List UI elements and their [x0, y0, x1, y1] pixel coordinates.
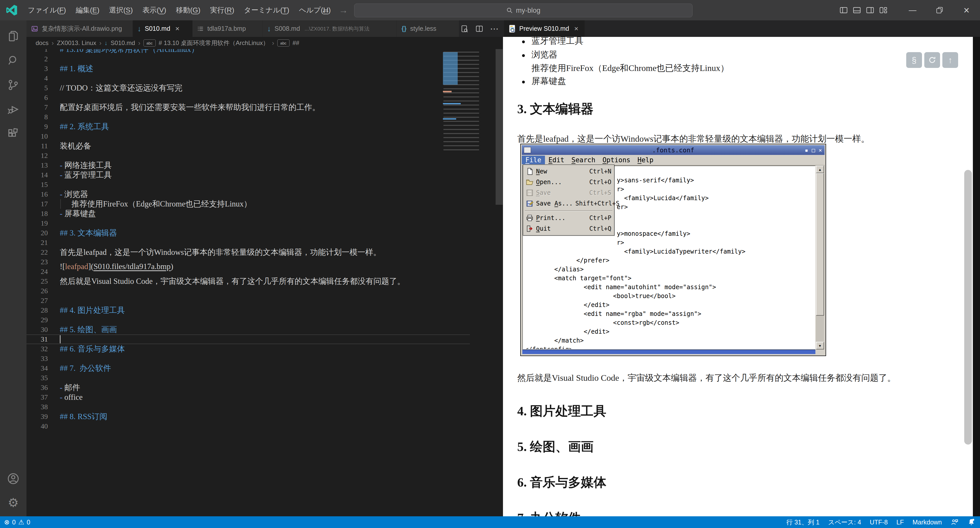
- editor-line[interactable]: 5 // TODO：这篇文章还远远没有写完: [27, 83, 503, 93]
- eol-setting[interactable]: LF: [896, 518, 904, 526]
- tab-s010-md[interactable]: ↓ S010.md ×: [133, 20, 192, 37]
- editor-line[interactable]: 30 ## 5. 绘图、画画: [27, 325, 503, 334]
- editor-line[interactable]: 12: [27, 151, 503, 161]
- menubar-item[interactable]: 編集(E): [71, 0, 104, 20]
- explorer-icon[interactable]: [0, 24, 27, 48]
- split-editor-icon[interactable]: [475, 25, 484, 33]
- editor-line[interactable]: 19: [27, 218, 503, 228]
- feedback-icon[interactable]: [950, 518, 959, 526]
- editor-line[interactable]: 8: [27, 112, 503, 122]
- minimap[interactable]: [442, 50, 492, 159]
- editor-line[interactable]: 33: [27, 354, 503, 363]
- more-actions-icon[interactable]: ⋯: [490, 24, 499, 34]
- sections-button[interactable]: §: [906, 52, 922, 68]
- menubar-item[interactable]: 移動(G): [171, 0, 205, 20]
- customize-layout-icon[interactable]: [879, 6, 888, 14]
- editor-line[interactable]: 28 ## 4. 图片处理工具: [27, 305, 503, 315]
- editor-line[interactable]: 35: [27, 373, 503, 383]
- editor-line[interactable]: 37 - office: [27, 393, 503, 402]
- tab-s008-md[interactable]: ↓ S008.md ...\ZX0017. 数据结构与算法: [262, 20, 397, 37]
- line-number: 19: [27, 218, 48, 228]
- editor-line[interactable]: 32 ## 6. 音乐与多媒体: [27, 344, 503, 354]
- editor-line[interactable]: 15: [27, 180, 503, 189]
- breadcrumb-item[interactable]: # 13.10 桌面环境常用软件（ArchLinux）: [159, 39, 269, 47]
- editor-line[interactable]: 36 - 邮件: [27, 383, 503, 393]
- menubar-item[interactable]: 実行(R): [205, 0, 239, 20]
- settings-gear-icon[interactable]: ⚙: [0, 491, 27, 514]
- editor-line[interactable]: 4: [27, 73, 503, 83]
- language-mode[interactable]: Markdown: [913, 518, 942, 526]
- breadcrumb-item[interactable]: ##: [293, 40, 299, 46]
- encoding[interactable]: UTF-8: [870, 518, 888, 526]
- markdown-image-link-line[interactable]: ![leafpad](S010.files/tdla917a.bmp): [60, 262, 173, 271]
- toggle-secondary-sidebar-icon[interactable]: [866, 6, 874, 14]
- menubar-item[interactable]: ファイル(F): [23, 0, 71, 20]
- editor-line[interactable]: 39 ## 8. RSS订阅: [27, 412, 503, 421]
- preview-scrollbar[interactable]: [964, 170, 972, 445]
- tab-style-less[interactable]: {} style.less: [397, 20, 459, 37]
- indent-setting[interactable]: スペース: 4: [828, 518, 861, 526]
- toggle-panel-icon[interactable]: [853, 6, 861, 14]
- search-view-icon[interactable]: [0, 49, 27, 72]
- editor-line[interactable]: 13 - 网络连接工具: [27, 161, 503, 170]
- extensions-icon[interactable]: [0, 122, 27, 145]
- refresh-button[interactable]: [924, 52, 940, 68]
- restore-button[interactable]: [926, 0, 953, 20]
- menubar-item[interactable]: ターミナル(T): [239, 0, 294, 20]
- editor-line[interactable]: 1 # 13.10 桌面环境常用软件（ArchLinux）: [27, 49, 503, 54]
- editor-line[interactable]: 6: [27, 93, 503, 102]
- account-icon[interactable]: [0, 467, 27, 490]
- scroll-top-button[interactable]: ↑: [942, 52, 958, 68]
- breadcrumb-item[interactable]: ZX0013. Linux: [57, 40, 96, 46]
- editor-line[interactable]: 9 ## 2. 系统工具: [27, 122, 503, 132]
- markdown-editor[interactable]: 1 # 13.10 桌面环境常用软件（ArchLinux） 2 3 ## 1. …: [27, 49, 503, 516]
- editor-line[interactable]: 3 ## 1. 概述: [27, 64, 503, 73]
- toggle-sidebar-icon[interactable]: [840, 6, 848, 14]
- editor-line[interactable]: 22 首先是leafpad，这是一个访Windows记事本的非常轻量级的文本编辑…: [27, 248, 503, 257]
- open-preview-side-icon[interactable]: [460, 25, 469, 33]
- forward-icon[interactable]: →: [339, 5, 348, 16]
- link-url: S010.files/tdla917a.bmp: [94, 262, 171, 271]
- editor-line[interactable]: 18 - 屏幕键盘: [27, 209, 503, 218]
- editor-line[interactable]: 26: [27, 286, 503, 296]
- editor-line[interactable]: 2: [27, 54, 503, 64]
- editor-line[interactable]: 11 装机必备: [27, 141, 503, 151]
- editor-line[interactable]: 25 然后就是Visual Studio Code，宇宙级文本编辑器，有了这个几…: [27, 277, 503, 286]
- breadcrumb-item[interactable]: S010.md: [111, 40, 135, 46]
- editor-line[interactable]: 20 ## 3. 文本编辑器: [27, 228, 503, 238]
- editor-line[interactable]: 17 推荐使用FireFox（Edge和Chrome也已经支持Linux）: [27, 199, 503, 209]
- problems-status[interactable]: ⊗ 0 ⚠ 0: [0, 518, 30, 526]
- menubar-item[interactable]: 選択(S): [104, 0, 138, 20]
- command-center-search[interactable]: my-blog: [354, 3, 692, 17]
- back-icon[interactable]: ←: [321, 5, 330, 16]
- editor-line[interactable]: 34 ## 7. 办公软件: [27, 363, 503, 373]
- cursor-position[interactable]: 行 31、列 1: [786, 518, 819, 526]
- notifications-bell-icon[interactable]: [967, 518, 975, 526]
- tab-tdla917a-bmp[interactable]: tdla917a.bmp: [192, 20, 262, 37]
- editor-scrollbar[interactable]: [496, 49, 503, 205]
- editor-line[interactable]: 7 配置好桌面环境后，我们还需要安装一些软件来帮助我们进行日常的工作。: [27, 102, 503, 112]
- bullet-icon: [522, 40, 525, 43]
- editor-line[interactable]: 10: [27, 132, 503, 141]
- close-tab-icon[interactable]: ×: [175, 25, 179, 33]
- menubar-item[interactable]: 表示(V): [138, 0, 171, 20]
- screenshot-vertical-scrollbar: ▲ ▼: [816, 165, 824, 350]
- tab-preview-s010[interactable]: Preview S010.md ×: [504, 20, 585, 37]
- editor-line[interactable]: 31: [27, 334, 503, 344]
- breadcrumb-item[interactable]: docs: [36, 40, 49, 46]
- editor-line[interactable]: 16 - 浏览器: [27, 189, 503, 199]
- editor-line[interactable]: 14 - 蓝牙管理工具: [27, 170, 503, 180]
- run-debug-icon[interactable]: [0, 98, 27, 121]
- preview-heading-5: 5. 绘图、画画: [517, 438, 593, 455]
- editor-line[interactable]: 27: [27, 296, 503, 305]
- source-control-icon[interactable]: [0, 73, 27, 97]
- editor-line[interactable]: 38: [27, 402, 503, 412]
- editor-line[interactable]: 40: [27, 421, 503, 431]
- tab-drawio-png[interactable]: 复杂情形演示-All.drawio.png: [27, 20, 133, 37]
- close-tab-icon[interactable]: ×: [574, 25, 578, 33]
- editor-line[interactable]: 29: [27, 315, 503, 325]
- close-window-button[interactable]: ×: [953, 0, 980, 20]
- minimize-button[interactable]: —: [899, 0, 926, 20]
- editor-line[interactable]: 21: [27, 238, 503, 248]
- list-item: 浏览器: [522, 49, 557, 60]
